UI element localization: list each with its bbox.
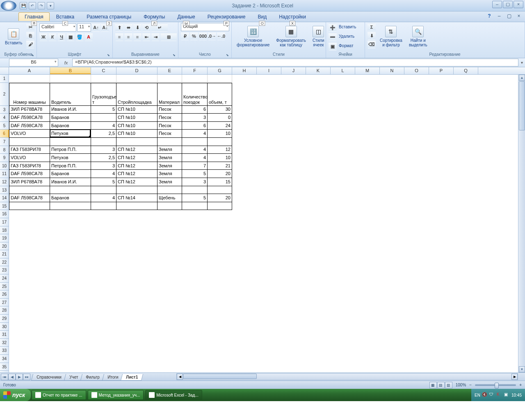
orientation-icon[interactable]: ⟲ [142,23,151,32]
cell-G11[interactable]: 20 [208,170,232,178]
zoom-percent[interactable]: 100% [456,383,466,387]
cell-C5[interactable]: 4 [91,122,116,130]
cell[interactable] [116,75,158,83]
tab-formulas[interactable]: ФормулыЛ [138,13,171,21]
col-header-F[interactable]: F [182,67,208,74]
cell-A10[interactable]: ГАЗ Г583РИ78 [9,162,50,170]
align-middle-icon[interactable]: ⬌ [124,23,132,32]
merge-icon[interactable]: ⊞ [160,33,177,41]
cell-B9[interactable]: Петухов [50,154,91,162]
help-icon[interactable]: ? [486,13,493,21]
row-header-11[interactable]: 11 [0,170,9,178]
cell-G12[interactable]: 15 [208,178,232,186]
col-header-H[interactable]: H [232,67,257,74]
cell-D3[interactable]: СП №10 [116,106,158,114]
table-header[interactable]: объем, т [208,83,232,106]
table-header[interactable]: Материал [158,83,182,106]
formula-expand-icon[interactable]: ▾ [518,60,525,65]
copy-icon[interactable]: ⎘ [26,32,34,40]
cell-F15[interactable] [182,202,208,210]
comma-icon[interactable]: 000 [199,32,207,40]
row-header-21[interactable]: 21 [0,250,9,258]
row-header-23[interactable]: 23 [0,266,9,274]
row-header-24[interactable]: 24 [0,274,9,283]
cell-C8[interactable]: 3 [91,146,116,154]
cell-A15[interactable] [9,202,50,210]
taskbar-item[interactable]: Отчет по практике ... [32,390,86,400]
tray-icon[interactable]: K [497,392,502,398]
cell-D11[interactable]: СП №12 [116,170,158,178]
cell-E10[interactable]: Земля [158,162,182,170]
cell-G6[interactable]: 10 [208,130,232,138]
sheet-nav-button[interactable]: ⏭ [23,374,30,380]
cell-E14[interactable]: Щебень [158,194,182,202]
border-icon[interactable]: ▦ [66,33,75,41]
row-header-13[interactable]: 13 [0,186,9,194]
cell-F11[interactable]: 5 [182,170,208,178]
start-button[interactable]: пуск [0,389,31,401]
cell-B12[interactable]: Иванов И.И. [50,178,91,186]
cell-D8[interactable]: СП №12 [116,146,158,154]
table-header[interactable]: Номер машины [9,83,50,106]
col-header-E[interactable]: E [158,67,182,74]
cell-D10[interactable]: СП №12 [116,162,158,170]
sheet-tab[interactable]: Лист1 [121,374,143,381]
qat-redo-icon[interactable]: ↷ [38,2,45,9]
cell-A5[interactable]: DAF Л598СА78 [9,122,50,130]
autosum-icon[interactable]: Σ [368,23,376,31]
col-header-L[interactable]: L [331,67,355,74]
align-bottom-icon[interactable]: ⬇ [133,23,142,32]
row-header-25[interactable]: 25 [0,283,9,291]
language-indicator[interactable]: EN [475,393,480,397]
zoom-slider[interactable] [475,384,516,386]
tray-icon[interactable]: 🛡 [489,392,495,398]
name-box[interactable]: B6 [9,59,58,66]
minimize-button[interactable]: – [492,1,502,8]
cell-B8[interactable]: Петров П.П. [50,146,91,154]
page-break-view-icon[interactable]: ▥ [445,382,452,388]
clear-icon[interactable]: ⌫ [368,40,376,48]
qat-more-icon[interactable]: ▾ [47,2,54,9]
table-header[interactable]: Стройплощадка [116,83,158,106]
clock[interactable]: 10:45 [511,393,522,397]
zoom-out-icon[interactable]: − [469,383,472,387]
font-name-combo[interactable]: Calibri [39,23,76,32]
cell-G4[interactable]: 0 [208,114,232,122]
cell-styles-button[interactable]: ◫Стили ячеек [310,23,327,50]
col-header-P[interactable]: P [429,67,454,74]
cell-A11[interactable]: DAF Л598СА78 [9,170,50,178]
scroll-right-icon[interactable]: ▶ [511,374,518,380]
cell-E12[interactable]: Земля [158,178,182,186]
cell-G15[interactable] [208,202,232,210]
cell-G13[interactable] [208,186,232,194]
align-center-icon[interactable]: ≡ [124,33,132,41]
col-header-B[interactable]: B [50,67,91,74]
spreadsheet-grid[interactable]: ABCDEFGHIJKLMNOPQ 1234567891011121314151… [0,67,525,372]
cell-D5[interactable]: СП №10 [116,122,158,130]
fx-button[interactable]: fx [62,60,71,65]
sort-filter-button[interactable]: ⇅Сортировка и фильтр [377,23,405,50]
cell-G14[interactable]: 20 [208,194,232,202]
row-header-18[interactable]: 18 [0,226,9,235]
row-header-35[interactable]: 35 [0,363,9,371]
fill-color-icon[interactable]: 🪣 [75,33,84,41]
sheet-tab[interactable]: Справочники [31,374,67,381]
cell-G3[interactable]: 30 [208,106,232,114]
font-color-icon[interactable]: A [84,33,93,41]
currency-icon[interactable]: ₽ [181,32,189,40]
normal-view-icon[interactable]: ▦ [429,382,437,388]
tab-review[interactable]: РецензированиеР [202,13,251,21]
row-header-15[interactable]: 15 [0,202,9,210]
cell-F9[interactable]: 4 [182,154,208,162]
cell-C4[interactable] [91,114,116,122]
cell-E5[interactable]: Песок [158,122,182,130]
tab-data[interactable]: ДанныеЫ [171,13,201,21]
scroll-left-icon[interactable]: ◀ [177,374,183,380]
ribbon-minimize-icon[interactable]: – [495,13,503,21]
system-tray[interactable]: EN 🔇 🛡 K ▣ 10:45 [471,389,525,401]
table-header[interactable]: Количество поездок [182,83,208,106]
cell-C13[interactable] [91,186,116,194]
paste-button[interactable]: 📋 Вставить [2,23,25,50]
col-header-C[interactable]: C [91,67,116,74]
cell-A4[interactable]: DAF Л598СА78 [9,114,50,122]
